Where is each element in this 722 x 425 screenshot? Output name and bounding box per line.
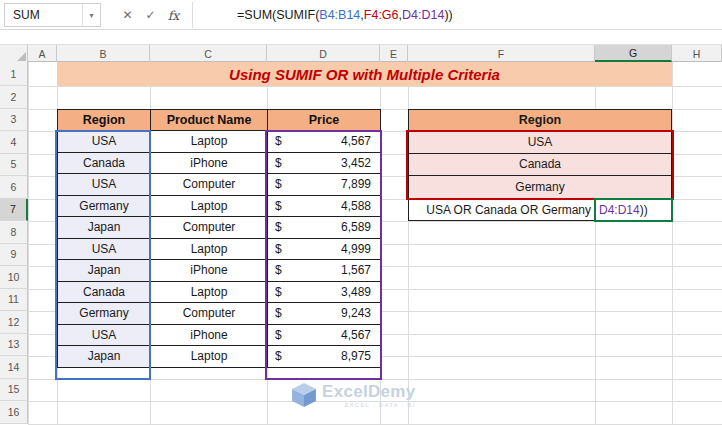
region-cell[interactable]: Germany (58, 195, 151, 217)
product-cell[interactable]: iPhone (151, 152, 268, 174)
price-cell[interactable]: $4,567 (268, 131, 381, 153)
criteria-cell-germany[interactable]: Germany (408, 176, 672, 199)
region-cell[interactable]: Canada (58, 281, 151, 303)
column-header-C[interactable]: C (150, 45, 267, 62)
region-cell[interactable]: USA (58, 238, 151, 260)
product-cell[interactable]: Computer (151, 174, 268, 196)
enter-icon[interactable]: ✓ (139, 8, 162, 22)
region-cell[interactable]: USA (58, 131, 151, 153)
row-header-4[interactable]: 4 (0, 131, 28, 154)
row-header-9[interactable]: 9 (0, 244, 28, 267)
price-cell[interactable]: $6,589 (268, 217, 381, 239)
formula-bar-buttons: ✕ ✓ fx (116, 3, 185, 27)
region-cell[interactable]: Canada (58, 152, 151, 174)
gridline (28, 424, 722, 425)
price-value: 3,452 (341, 156, 371, 170)
active-editing-cell[interactable]: D4:D14)) (594, 198, 673, 222)
product-cell[interactable]: Laptop (151, 131, 268, 153)
product-cell[interactable]: Laptop (151, 195, 268, 217)
row-header-16[interactable]: 16 (0, 401, 28, 424)
column-header-H[interactable]: H (672, 45, 722, 62)
column-headers: ABCDEFGH (0, 44, 722, 62)
currency-symbol: $ (275, 177, 282, 191)
column-header-B[interactable]: B (57, 45, 150, 62)
or-criteria-label-cell[interactable]: USA OR Canada OR Germany (408, 199, 595, 222)
column-header-D[interactable]: D (267, 45, 380, 62)
row-header-1[interactable]: 1 (0, 62, 28, 86)
column-header-F[interactable]: F (408, 45, 595, 62)
region-cell[interactable]: Japan (58, 217, 151, 239)
formula-input[interactable]: =SUM(SUMIF(B4:B14,F4:G6,D4:D14)) (237, 0, 453, 30)
row-header-6[interactable]: 6 (0, 176, 28, 199)
product-cell[interactable]: Computer (151, 303, 268, 325)
product-cell[interactable]: Laptop (151, 238, 268, 260)
region-cell[interactable]: USA (58, 174, 151, 196)
table-row: USALaptop$4,999 (58, 238, 381, 260)
row-header-2[interactable]: 2 (0, 86, 28, 109)
row-header-14[interactable]: 14 (0, 356, 28, 379)
row-header-12[interactable]: 12 (0, 311, 28, 334)
criteria-cell-usa[interactable]: USA (408, 131, 672, 154)
column-header-G[interactable]: G (595, 45, 672, 62)
price-value: 4,567 (341, 328, 371, 342)
price-cell[interactable]: $4,999 (268, 238, 381, 260)
price-cell[interactable]: $3,452 (268, 152, 381, 174)
region-cell[interactable]: Japan (58, 260, 151, 282)
row-header-10[interactable]: 10 (0, 266, 28, 289)
criteria-header-cell[interactable]: Region (408, 109, 672, 132)
price-value: 6,589 (341, 220, 371, 234)
row-header-11[interactable]: 11 (0, 289, 28, 312)
select-all-triangle-icon (17, 52, 26, 61)
select-all-corner[interactable] (0, 45, 28, 62)
region-cell[interactable]: USA (58, 324, 151, 346)
insert-function-icon[interactable]: fx (162, 8, 185, 23)
or-criteria-label: USA OR Canada OR Germany (426, 203, 591, 217)
header-price[interactable]: Price (268, 109, 381, 131)
row-header-15[interactable]: 15 (0, 379, 28, 402)
column-header-A[interactable]: A (28, 45, 57, 62)
row-header-13[interactable]: 13 (0, 334, 28, 357)
table-row: CanadaiPhone$3,452 (58, 152, 381, 174)
header-product-name[interactable]: Product Name (151, 109, 268, 131)
header-region[interactable]: Region (58, 109, 151, 131)
name-box[interactable]: SUM ▾ (4, 3, 101, 27)
currency-symbol: $ (275, 328, 282, 342)
price-cell[interactable]: $9,243 (268, 303, 381, 325)
price-cell[interactable]: $4,588 (268, 195, 381, 217)
row-header-8[interactable]: 8 (0, 221, 28, 244)
price-cell[interactable]: $3,489 (268, 281, 381, 303)
criteria-cell-canada[interactable]: Canada (408, 154, 672, 177)
product-cell[interactable]: iPhone (151, 260, 268, 282)
formula-part: =SUM(SUMIF( (237, 8, 319, 22)
price-cell[interactable]: $1,567 (268, 260, 381, 282)
table-header-row: Region Product Name Price (58, 109, 381, 131)
column-header-E[interactable]: E (380, 45, 408, 62)
title-text: Using SUMIF OR with Multiple Criteria (229, 66, 500, 83)
formula-part: F4:G6 (364, 8, 399, 22)
title-banner: Using SUMIF OR with Multiple Criteria (57, 62, 672, 86)
formula-bar: SUM ▾ ✕ ✓ fx =SUM(SUMIF(B4:B14,F4:G6,D4:… (0, 0, 722, 30)
currency-symbol: $ (275, 242, 282, 256)
watermark-text: ExcelDemy EXCEL · DATA · BI (322, 383, 415, 408)
exceldemy-logo-icon (291, 382, 317, 408)
row-header-3[interactable]: 3 (0, 109, 28, 132)
table-row: GermanyComputer$9,243 (58, 303, 381, 325)
cancel-icon[interactable]: ✕ (116, 8, 139, 22)
product-cell[interactable]: Computer (151, 217, 268, 239)
price-cell[interactable]: $8,975 (268, 346, 381, 368)
region-cell[interactable]: Germany (58, 303, 151, 325)
product-cell[interactable]: iPhone (151, 324, 268, 346)
formula-bar-divider (192, 2, 193, 28)
row-header-7[interactable]: 7 (0, 199, 28, 222)
price-cell[interactable]: $7,899 (268, 174, 381, 196)
product-cell[interactable]: Laptop (151, 346, 268, 368)
data-table: Region Product Name Price USALaptop$4,56… (57, 109, 381, 368)
name-box-dropdown-icon[interactable]: ▾ (82, 4, 100, 26)
product-cell[interactable]: Laptop (151, 281, 268, 303)
price-cell[interactable]: $4,567 (268, 324, 381, 346)
price-value: 4,567 (341, 134, 371, 148)
table-row: JapaniPhone$1,567 (58, 260, 381, 282)
row-header-5[interactable]: 5 (0, 154, 28, 177)
region-cell[interactable]: Japan (58, 346, 151, 368)
table-row: CanadaLaptop$3,489 (58, 281, 381, 303)
